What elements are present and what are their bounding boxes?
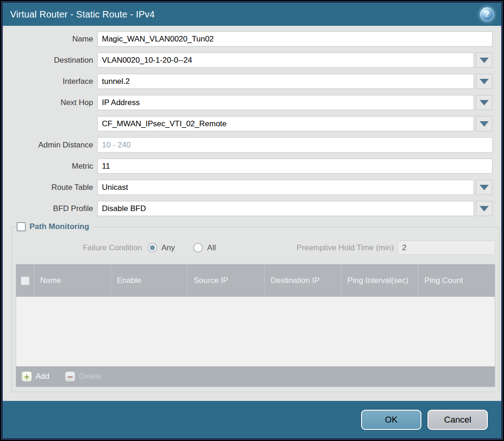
row-metric: Metric <box>12 159 492 174</box>
radio-any[interactable] <box>148 243 157 253</box>
path-monitoring-group: Path Monitoring Failure Condition Any Al… <box>12 222 499 392</box>
row-admin-distance: Admin Distance <box>12 137 492 153</box>
admin-distance-label: Admin Distance <box>12 141 97 150</box>
destination-input[interactable] <box>97 53 474 68</box>
next-hop-address-dropdown-button[interactable] <box>476 116 492 131</box>
select-all-checkbox[interactable] <box>21 276 30 285</box>
row-destination: Destination <box>12 53 492 68</box>
column-header-ping-interval[interactable]: Ping Interval(sec) <box>341 265 418 297</box>
radio-any-label: Any <box>161 243 175 253</box>
path-monitoring-title: Path Monitoring <box>30 222 89 231</box>
column-header-destination-ip[interactable]: Destination IP <box>264 265 341 297</box>
radio-all[interactable] <box>193 243 203 253</box>
chevron-down-icon <box>480 206 489 212</box>
column-header-name[interactable]: Name <box>34 265 111 297</box>
preemptive-hold-time-label: Preemptive Hold Time (min) <box>296 243 394 253</box>
name-label: Name <box>12 35 97 44</box>
chevron-down-icon <box>480 58 489 63</box>
row-next-hop-address <box>12 116 492 131</box>
next-hop-dropdown-button[interactable] <box>476 95 492 110</box>
route-table-dropdown-button[interactable] <box>476 180 492 195</box>
delete-button[interactable]: − Delete <box>65 371 101 382</box>
metric-input[interactable] <box>97 159 492 174</box>
metric-label: Metric <box>12 162 97 171</box>
window-frame: Virtual Router - Static Route - IPv4 ? N… <box>0 0 504 441</box>
name-input[interactable] <box>97 31 492 47</box>
destination-dropdown-button[interactable] <box>476 53 492 68</box>
table-header-row: Name Enable Source IP Destination IP Pin… <box>16 265 495 297</box>
chevron-down-icon <box>480 79 489 84</box>
row-route-table: Route Table <box>12 180 492 195</box>
interface-input[interactable] <box>97 74 474 89</box>
dialog-content: Name Destination Interface <box>3 26 501 401</box>
path-monitoring-checkbox[interactable] <box>17 222 26 231</box>
row-bfd-profile: BFD Profile <box>12 201 492 216</box>
column-header-source-ip[interactable]: Source IP <box>187 265 264 297</box>
chevron-down-icon <box>480 100 489 106</box>
failure-condition-any-option[interactable]: Any <box>148 243 175 253</box>
dialog-footer: OK Cancel <box>3 401 501 438</box>
chevron-down-icon <box>480 121 489 127</box>
next-hop-type-input[interactable] <box>97 95 474 110</box>
row-next-hop: Next Hop <box>12 95 492 110</box>
add-button-label: Add <box>36 372 49 381</box>
path-monitoring-table: Name Enable Source IP Destination IP Pin… <box>16 264 495 387</box>
ok-button[interactable]: OK <box>361 410 421 430</box>
column-header-enable[interactable]: Enable <box>111 265 188 297</box>
cancel-button[interactable]: Cancel <box>427 410 488 430</box>
column-header-ping-count[interactable]: Ping Count <box>418 265 495 297</box>
delete-button-label: Delete <box>79 372 101 381</box>
failure-condition-row: Failure Condition Any All Preemptive Hol… <box>16 241 495 255</box>
bfd-profile-input[interactable] <box>97 201 474 216</box>
static-route-dialog: Virtual Router - Static Route - IPv4 ? N… <box>3 3 501 438</box>
interface-dropdown-button[interactable] <box>476 74 492 89</box>
table-body-empty <box>16 297 495 366</box>
route-table-input[interactable] <box>97 180 474 195</box>
add-button[interactable]: + Add <box>22 371 49 382</box>
path-monitoring-legend: Path Monitoring <box>16 222 93 231</box>
table-select-all-cell <box>16 265 34 297</box>
failure-condition-label: Failure Condition <box>16 243 148 253</box>
help-icon[interactable]: ? <box>480 7 494 21</box>
dialog-title: Virtual Router - Static Route - IPv4 <box>10 9 155 20</box>
bfd-profile-label: BFD Profile <box>12 204 97 213</box>
interface-label: Interface <box>12 77 97 86</box>
row-interface: Interface <box>12 74 492 89</box>
next-hop-address-input[interactable] <box>97 116 474 131</box>
table-action-bar: + Add − Delete <box>16 366 495 387</box>
admin-distance-input[interactable] <box>97 137 492 153</box>
destination-label: Destination <box>12 56 97 65</box>
chevron-down-icon <box>480 185 489 190</box>
preemptive-hold-time-input[interactable] <box>397 241 495 255</box>
radio-all-label: All <box>207 243 216 253</box>
bfd-profile-dropdown-button[interactable] <box>476 201 492 216</box>
next-hop-label: Next Hop <box>12 98 97 107</box>
dialog-titlebar: Virtual Router - Static Route - IPv4 ? <box>3 3 501 26</box>
route-table-label: Route Table <box>12 183 97 192</box>
delete-minus-icon: − <box>65 371 75 382</box>
failure-condition-all-option[interactable]: All <box>193 243 216 253</box>
row-name: Name <box>12 31 492 47</box>
add-plus-icon: + <box>22 371 32 382</box>
